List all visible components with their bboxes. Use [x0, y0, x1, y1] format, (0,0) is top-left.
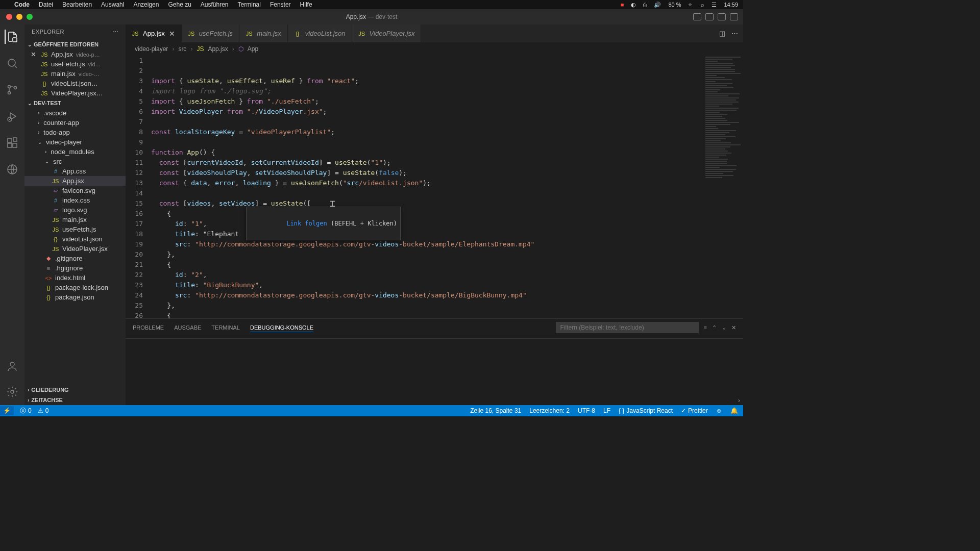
menubar-battery[interactable]: 80 %	[668, 2, 681, 8]
status-errors[interactable]: ⓧ 0	[20, 407, 32, 415]
sidebar-more-icon[interactable]: ⋯	[113, 29, 119, 35]
folder-item[interactable]: ⌄ video-player	[24, 137, 126, 147]
editor-tab[interactable]: JSuseFetch.js	[182, 24, 239, 42]
project-section[interactable]: ⌄DEV-TEST	[24, 98, 126, 108]
menubar-search-icon[interactable]: ⌕	[701, 2, 704, 8]
file-item[interactable]: {} package.json	[24, 292, 126, 302]
menu-help[interactable]: Hilfe	[300, 1, 312, 8]
activity-extensions-icon[interactable]	[5, 136, 19, 150]
minimap[interactable]	[702, 56, 743, 318]
status-prettier[interactable]: ✓ Prettier	[681, 407, 708, 414]
menubar-control-icon[interactable]: ☰	[712, 2, 717, 8]
breadcrumb-item[interactable]: video-player	[135, 45, 168, 53]
file-item[interactable]: <> index.html	[24, 273, 126, 283]
open-editor-item[interactable]: ✕JSApp.jsx video-p…	[24, 49, 126, 59]
more-actions-icon[interactable]: ⋯	[731, 30, 738, 37]
editor-tab[interactable]: JSmain.jsx	[239, 24, 288, 42]
status-eol[interactable]: LF	[603, 407, 610, 414]
window-close-button[interactable]	[6, 14, 12, 20]
split-editor-icon[interactable]: ◫	[719, 30, 725, 37]
toggle-panel-bottom-icon[interactable]	[705, 13, 714, 20]
breadcrumb-item[interactable]: src	[178, 45, 186, 53]
file-item[interactable]: ≡ .hgignore	[24, 263, 126, 273]
breadcrumb-item[interactable]: App.jsx	[208, 45, 228, 53]
folder-item[interactable]: › counter-app	[24, 118, 126, 128]
activity-remote-icon[interactable]	[5, 162, 19, 177]
menu-view[interactable]: Anzeigen	[133, 1, 159, 8]
menubar-icon[interactable]: ⎙	[643, 2, 647, 8]
menu-window[interactable]: Fenster	[270, 1, 291, 8]
panel-tab-output[interactable]: AUSGABE	[174, 323, 201, 332]
file-item[interactable]: JS main.jsx	[24, 215, 126, 224]
outline-section[interactable]: ›GLIEDERUNG	[24, 385, 126, 395]
window-minimize-button[interactable]	[16, 14, 22, 20]
file-item[interactable]: # App.css	[24, 166, 126, 176]
activity-explorer-icon[interactable]	[5, 30, 19, 44]
menubar-time[interactable]: 14:59	[724, 2, 738, 8]
status-language[interactable]: { } JavaScript React	[619, 407, 673, 414]
file-item[interactable]: JS VideoPlayer.jsx	[24, 244, 126, 254]
status-encoding[interactable]: UTF-8	[578, 407, 595, 414]
folder-item[interactable]: › todo-app	[24, 128, 126, 137]
open-editors-section[interactable]: ⌄GEÖFFNETE EDITOREN	[24, 39, 126, 49]
menu-edit[interactable]: Bearbeiten	[62, 1, 92, 8]
menu-file[interactable]: Datei	[39, 1, 53, 8]
menu-app[interactable]: Code	[14, 1, 30, 8]
panel-tab-debug-console[interactable]: DEBUGGING-KONSOLE	[250, 323, 313, 332]
status-cursor-position[interactable]: Zeile 16, Spalte 31	[470, 407, 521, 414]
activity-debug-icon[interactable]	[5, 109, 19, 123]
timeline-section[interactable]: ›ZEITACHSE	[24, 395, 126, 405]
file-item[interactable]: ▱ logo.svg	[24, 205, 126, 215]
toggle-panel-right-icon[interactable]	[718, 13, 726, 20]
window-maximize-button[interactable]	[27, 14, 33, 20]
breadcrumbs[interactable]: video-player› src› JSApp.jsx› ⬡App	[126, 42, 743, 56]
activity-source-control-icon[interactable]	[5, 83, 19, 97]
debug-console-content[interactable]	[126, 338, 743, 395]
menubar-volume-icon[interactable]: 🔊	[654, 2, 661, 8]
panel-settings-icon[interactable]: ≡	[704, 324, 707, 331]
menubar-record-icon[interactable]: ■	[621, 2, 624, 8]
panel-tab-terminal[interactable]: TERMINAL	[211, 323, 240, 332]
panel-tab-problems[interactable]: PROBLEME	[133, 323, 164, 332]
editor-tab[interactable]: {}videoList.json	[288, 24, 352, 42]
customize-layout-icon[interactable]	[730, 13, 738, 20]
menu-go[interactable]: Gehe zu	[168, 1, 191, 8]
editor-tab[interactable]: JSVideoPlayer.jsx	[352, 24, 422, 42]
status-bell-icon[interactable]: 🔔	[730, 407, 738, 414]
code-content[interactable]: import { useState, useEffect, useRef } f…	[151, 56, 702, 318]
panel-close-icon[interactable]: ✕	[731, 324, 736, 331]
panel-chevron-up-icon[interactable]: ⌃	[712, 324, 717, 331]
open-editor-item[interactable]: {}videoList.json…	[24, 79, 126, 88]
menu-terminal[interactable]: Terminal	[238, 1, 261, 8]
code-editor[interactable]: 1234567891011121314151617181920212223242…	[126, 56, 743, 318]
folder-item[interactable]: › node_modules	[24, 147, 126, 157]
panel-chevron-down-icon[interactable]: ⌄	[722, 324, 726, 331]
status-feedback-icon[interactable]: ☺	[716, 407, 722, 414]
open-editor-item[interactable]: JSVideoPlayer.jsx…	[24, 88, 126, 98]
file-item[interactable]: JS useFetch.js	[24, 224, 126, 234]
menubar-icon[interactable]: ◐	[631, 2, 636, 8]
file-item[interactable]: # index.css	[24, 195, 126, 205]
panel-filter-input[interactable]	[556, 322, 699, 333]
activity-search-icon[interactable]	[5, 56, 19, 70]
breadcrumb-symbol[interactable]: App	[248, 45, 258, 53]
menubar-wifi-icon[interactable]: ᯤ	[688, 2, 694, 8]
file-item[interactable]: {} videoList.json	[24, 234, 126, 244]
editor-tab[interactable]: JSApp.jsx✕	[126, 24, 182, 42]
status-warnings[interactable]: ⚠ 0	[38, 407, 49, 414]
status-indent[interactable]: Leerzeichen: 2	[529, 407, 570, 414]
activity-settings-icon[interactable]	[5, 385, 19, 399]
status-remote-icon[interactable]: ⚡	[0, 406, 14, 415]
folder-item[interactable]: ⌄ src	[24, 157, 126, 166]
menu-selection[interactable]: Auswahl	[101, 1, 124, 8]
file-item[interactable]: ◆ .gitignore	[24, 254, 126, 263]
folder-item[interactable]: › .vscode	[24, 108, 126, 118]
breadcrumb-toggle[interactable]: ›	[126, 395, 743, 405]
open-editor-item[interactable]: JSmain.jsx video-…	[24, 69, 126, 79]
toggle-panel-left-icon[interactable]	[693, 13, 701, 20]
activity-account-icon[interactable]	[5, 359, 19, 373]
open-editor-item[interactable]: JSuseFetch.js vid…	[24, 59, 126, 69]
file-item[interactable]: {} package-lock.json	[24, 283, 126, 292]
file-item[interactable]: ▱ favicon.svg	[24, 186, 126, 195]
file-item[interactable]: JS App.jsx	[24, 176, 126, 186]
